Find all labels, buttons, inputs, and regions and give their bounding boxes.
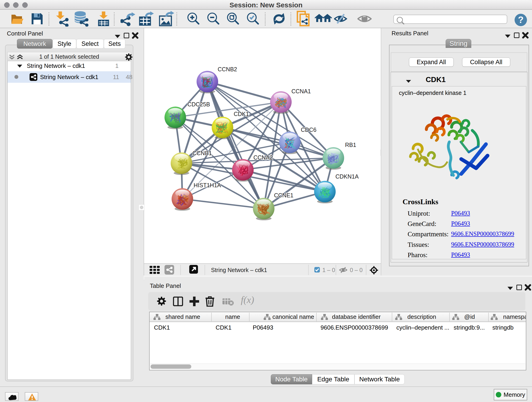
svg-text:CCNB1: CCNB1 xyxy=(192,150,212,156)
svg-text:CDK1: CDK1 xyxy=(234,111,249,117)
svg-text:CDKN1A: CDKN1A xyxy=(336,173,359,180)
svg-text:CCNA2: CCNA2 xyxy=(253,154,273,161)
svg-text:?: ? xyxy=(518,15,524,25)
svg-text:CDC25B: CDC25B xyxy=(187,101,210,108)
svg-text:CCNE1: CCNE1 xyxy=(274,192,293,198)
svg-text:CDC6: CDC6 xyxy=(301,127,317,133)
svg-text:HIST1H1A: HIST1H1A xyxy=(194,182,221,188)
svg-text:CCNA1: CCNA1 xyxy=(291,88,311,95)
svg-text:RB1: RB1 xyxy=(345,142,356,148)
svg-text:CCNB2: CCNB2 xyxy=(218,66,237,72)
